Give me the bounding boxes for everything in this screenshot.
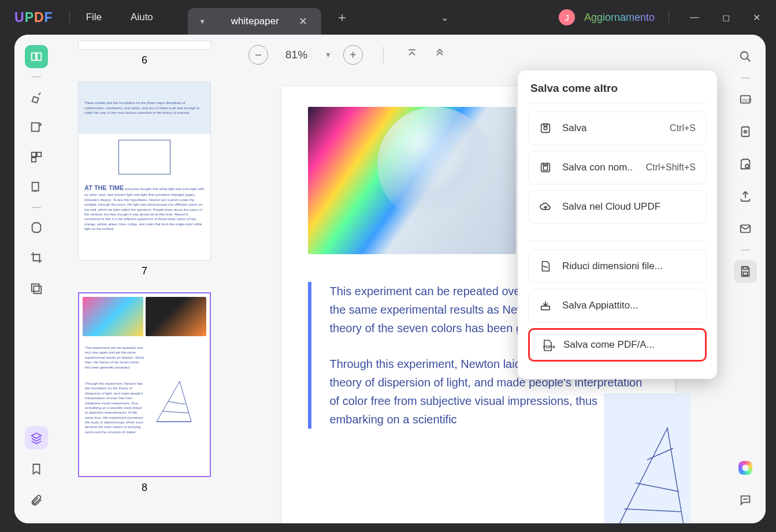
cloud-icon bbox=[539, 200, 552, 213]
svg-rect-17 bbox=[544, 124, 547, 127]
svg-rect-1 bbox=[31, 152, 35, 157]
page-tool[interactable] bbox=[25, 216, 48, 239]
document-decoration bbox=[604, 393, 690, 523]
separator bbox=[32, 207, 41, 208]
menu-help[interactable]: Aiuto bbox=[131, 12, 153, 23]
ai-icon bbox=[738, 461, 752, 475]
reader-tool[interactable] bbox=[25, 45, 48, 68]
svg-rect-6 bbox=[34, 286, 41, 293]
right-toolbar: OCR bbox=[725, 35, 766, 523]
save-panel-title: Salva come altro bbox=[528, 82, 707, 95]
save-cloud-item[interactable]: Salva nel Cloud UPDF bbox=[528, 190, 707, 224]
app-logo: UPDF bbox=[14, 10, 53, 25]
separator bbox=[32, 76, 41, 77]
crop-tool[interactable] bbox=[25, 246, 48, 269]
comment-tool[interactable] bbox=[25, 85, 48, 109]
thumbnail-page-6[interactable] bbox=[78, 40, 211, 50]
zoom-out-button[interactable]: − bbox=[248, 45, 268, 65]
zoom-value: 81% bbox=[285, 49, 307, 61]
save-as-label: Salva con nom.. bbox=[562, 162, 636, 173]
chat-button[interactable] bbox=[734, 489, 757, 512]
bookmark-tool[interactable] bbox=[25, 457, 48, 481]
layers-tool[interactable] bbox=[25, 426, 48, 449]
edit-tool[interactable] bbox=[25, 116, 48, 139]
save-icon bbox=[539, 122, 552, 135]
separator bbox=[383, 47, 384, 63]
convert-button[interactable] bbox=[734, 120, 757, 143]
flatten-item[interactable]: Salva Appiattito... bbox=[528, 289, 707, 322]
flatten-icon bbox=[539, 299, 552, 312]
ocr-button[interactable]: OCR bbox=[734, 88, 757, 111]
svg-rect-20 bbox=[541, 306, 550, 310]
thumbnail-number: 7 bbox=[78, 265, 211, 277]
save-as-panel: Salva come altro Salva Ctrl+S Salva con … bbox=[518, 70, 717, 379]
svg-rect-0 bbox=[31, 123, 39, 132]
svg-rect-19 bbox=[543, 166, 547, 170]
svg-rect-14 bbox=[743, 272, 747, 276]
svg-rect-2 bbox=[36, 152, 40, 157]
zoom-dropdown-icon[interactable]: ▼ bbox=[325, 51, 332, 59]
save-as-shortcut: Ctrl+Shift+S bbox=[646, 162, 696, 173]
tab-close-icon[interactable]: ✕ bbox=[296, 15, 310, 28]
window-minimize-button[interactable]: — bbox=[683, 8, 706, 27]
reduce-size-item[interactable]: Riduci dimensioni file... bbox=[528, 250, 707, 283]
tab-title: whitepaper bbox=[231, 16, 279, 27]
svg-rect-4 bbox=[32, 183, 38, 191]
fill-sign-tool[interactable] bbox=[25, 176, 48, 199]
svg-rect-10 bbox=[742, 127, 749, 137]
svg-point-7 bbox=[741, 52, 748, 59]
organize-tool[interactable] bbox=[25, 146, 48, 169]
update-label[interactable]: Aggiornamento bbox=[584, 12, 655, 24]
menu-file[interactable]: File bbox=[86, 12, 102, 23]
divider bbox=[69, 11, 70, 24]
save-label: Salva bbox=[562, 122, 659, 134]
save-item[interactable]: Salva Ctrl+S bbox=[528, 111, 707, 145]
window-maximize-button[interactable]: ◻ bbox=[715, 8, 737, 28]
tab-dropdown-icon[interactable]: ▼ bbox=[199, 18, 206, 25]
protect-button[interactable] bbox=[734, 152, 757, 176]
svg-rect-13 bbox=[743, 267, 747, 270]
svg-text:PDF/A: PDF/A bbox=[543, 345, 555, 349]
page-up-icon[interactable] bbox=[432, 46, 448, 65]
window-close-button[interactable]: ✕ bbox=[746, 8, 767, 28]
thumbnail-page-8[interactable]: This experiment can be repeated over and… bbox=[78, 292, 211, 477]
separator bbox=[741, 250, 750, 251]
svg-rect-5 bbox=[31, 284, 39, 292]
save-as-item[interactable]: Salva con nom.. Ctrl+Shift+S bbox=[528, 151, 707, 184]
document-tab[interactable]: ▼ whitepaper ✕ bbox=[188, 8, 321, 35]
thumbnail-page-7[interactable]: These studies laid the foundation for th… bbox=[78, 81, 211, 261]
svg-rect-3 bbox=[31, 158, 35, 162]
save-pdfa-item[interactable]: PDF/A Salva come PDF/A... bbox=[528, 328, 707, 362]
search-button[interactable] bbox=[734, 45, 757, 68]
new-tab-button[interactable]: ＋ bbox=[336, 9, 348, 26]
thumbnail-number: 6 bbox=[78, 54, 211, 66]
svg-text:OCR: OCR bbox=[742, 98, 752, 103]
save-as-icon bbox=[539, 161, 552, 174]
flatten-label: Salva Appiattito... bbox=[562, 300, 696, 311]
attachment-tool[interactable] bbox=[25, 489, 48, 512]
svg-point-16 bbox=[544, 127, 547, 130]
title-bar: UPDF File Aiuto ▼ whitepaper ✕ ＋ ⌄ J Agg… bbox=[0, 0, 776, 35]
email-button[interactable] bbox=[734, 217, 757, 240]
user-avatar[interactable]: J bbox=[559, 9, 575, 25]
thumbnail-panel: 6 These studies laid the foundation for … bbox=[58, 35, 231, 523]
reduce-icon bbox=[539, 260, 552, 273]
share-button[interactable] bbox=[734, 185, 757, 208]
document-image-prism bbox=[308, 107, 516, 254]
separator bbox=[528, 241, 707, 241]
save-as-button[interactable] bbox=[734, 260, 757, 283]
redact-tool[interactable] bbox=[25, 276, 48, 299]
save-shortcut: Ctrl+S bbox=[670, 123, 696, 133]
ai-assistant-button[interactable] bbox=[734, 456, 757, 479]
svg-rect-15 bbox=[541, 124, 550, 133]
thumbnail-number: 8 bbox=[78, 482, 211, 494]
save-pdfa-label: Salva come PDF/A... bbox=[563, 339, 695, 351]
go-to-top-icon[interactable] bbox=[404, 46, 420, 65]
reduce-label: Riduci dimensioni file... bbox=[562, 261, 696, 272]
zoom-in-button[interactable]: + bbox=[343, 45, 363, 65]
save-cloud-label: Salva nel Cloud UPDF bbox=[562, 201, 696, 213]
document-toolbar: − 81% ▼ + bbox=[231, 35, 725, 75]
tab-list-chevron-icon[interactable]: ⌄ bbox=[441, 12, 448, 23]
separator bbox=[741, 77, 750, 79]
svg-point-11 bbox=[745, 165, 749, 168]
